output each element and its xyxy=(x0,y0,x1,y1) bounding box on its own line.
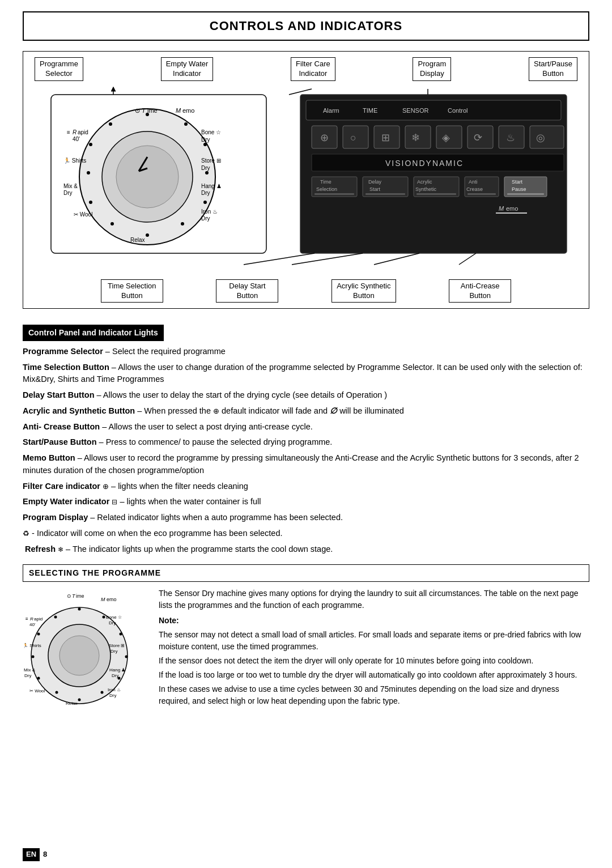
svg-text:40': 40' xyxy=(73,136,80,142)
start-pause-button-label: Start/PauseButton xyxy=(529,57,577,81)
svg-point-98 xyxy=(103,615,105,618)
svg-text:emo: emo xyxy=(506,205,518,212)
svg-point-33 xyxy=(181,222,184,225)
svg-text:Dry: Dry xyxy=(24,673,31,678)
svg-point-107 xyxy=(37,632,40,635)
svg-point-99 xyxy=(120,632,122,635)
svg-text:Mix &: Mix & xyxy=(63,183,78,189)
svg-text:Relax: Relax xyxy=(66,701,77,706)
svg-point-39 xyxy=(109,122,112,126)
svg-text:R: R xyxy=(73,129,76,135)
top-labels-row: ProgrammeSelector Empty WaterIndicator F… xyxy=(29,57,583,81)
note-label: Note: xyxy=(159,616,179,625)
svg-text:Pause: Pause xyxy=(512,186,526,192)
svg-text:Selection: Selection xyxy=(316,186,337,192)
programme-selector-label: ProgrammeSelector xyxy=(35,57,83,81)
svg-text:TIME: TIME xyxy=(363,107,377,114)
bottom-note: Note: xyxy=(159,615,589,627)
desc-bold: Start/Pause Button xyxy=(23,437,97,446)
svg-line-93 xyxy=(459,253,476,265)
svg-text:⊙: ⊙ xyxy=(67,593,71,599)
svg-text:🏃 Shirts: 🏃 Shirts xyxy=(63,157,86,164)
desc-bold: Filter Care indicator xyxy=(23,482,100,491)
svg-text:Store ⊞: Store ⊞ xyxy=(109,643,125,648)
svg-text:Dry: Dry xyxy=(201,215,210,222)
svg-point-36 xyxy=(89,201,92,204)
svg-text:ime: ime xyxy=(76,593,84,599)
desc-eco: ♻ - Indicator will come on when the eco … xyxy=(23,527,589,540)
bottom-p2: The sensor may not detect a small load o… xyxy=(159,629,589,653)
bottom-text-area: The Sensor Dry machine gives many option… xyxy=(159,588,589,710)
desc-program-display: Program Display – Related indicator ligh… xyxy=(23,512,589,524)
desc-empty-water: Empty Water indicator ⊟ – lights when th… xyxy=(23,496,589,508)
svg-point-97 xyxy=(78,607,81,610)
diagram-area: ProgrammeSelector Empty WaterIndicator F… xyxy=(23,51,589,309)
desc-bold: Empty Water indicator xyxy=(23,497,109,506)
svg-text:Dry: Dry xyxy=(110,649,117,654)
desc-programme-selector: Programme Selector – Select the required… xyxy=(23,346,589,358)
svg-text:Anti: Anti xyxy=(469,179,478,185)
desc-delay-start: Delay Start Button – Allows the user to … xyxy=(23,389,589,402)
program-display-label: ProgramDisplay xyxy=(413,57,451,81)
bottom-section: ⊙ T ime M emo ≡ R apid 40' Bone ☆ Dry 🏃 … xyxy=(23,588,589,710)
svg-text:≡: ≡ xyxy=(26,616,28,622)
svg-text:Hang ♟: Hang ♟ xyxy=(201,183,222,189)
svg-text:○: ○ xyxy=(350,132,356,143)
svg-point-3 xyxy=(116,146,178,208)
svg-text:ime: ime xyxy=(147,107,158,114)
svg-text:Bone ☆: Bone ☆ xyxy=(201,129,221,135)
anti-crease-button-label: Anti-CreaseButton xyxy=(449,279,511,303)
svg-point-31 xyxy=(205,171,209,175)
svg-text:Control: Control xyxy=(448,107,468,114)
svg-text:Crease: Crease xyxy=(466,186,483,192)
svg-point-32 xyxy=(203,201,207,204)
svg-text:40': 40' xyxy=(29,622,36,627)
bottom-p4: If the load is too large or too wet to t… xyxy=(159,669,589,681)
svg-text:Mix &: Mix & xyxy=(24,667,36,673)
svg-text:apid: apid xyxy=(78,129,88,135)
svg-text:Dry: Dry xyxy=(63,190,73,196)
svg-text:⟳: ⟳ xyxy=(474,132,482,143)
svg-text:Time: Time xyxy=(320,179,332,185)
svg-rect-83 xyxy=(507,193,544,195)
svg-point-103 xyxy=(78,698,81,701)
svg-point-34 xyxy=(146,233,149,237)
svg-point-106 xyxy=(32,655,35,658)
svg-text:Dry: Dry xyxy=(109,693,116,698)
svg-rect-71 xyxy=(366,193,405,195)
svg-text:Start: Start xyxy=(512,179,523,185)
svg-text:⊞: ⊞ xyxy=(381,132,390,143)
svg-point-29 xyxy=(184,122,188,126)
bottom-p3: If the sensor does not detect the item t… xyxy=(159,655,589,667)
desc-start-pause: Start/Pause Button – Press to commence/ … xyxy=(23,436,589,449)
svg-text:M: M xyxy=(499,205,504,212)
svg-rect-86 xyxy=(496,212,527,214)
desc-bold: Acrylic and Synthetic Button xyxy=(23,406,135,415)
svg-text:R: R xyxy=(30,616,33,622)
svg-rect-60 xyxy=(530,126,564,148)
desc-bold: Anti- Crease Button xyxy=(23,422,100,431)
bottom-dial: ⊙ T ime M emo ≡ R apid 40' Bone ☆ Dry 🏃 … xyxy=(23,588,147,710)
svg-point-96 xyxy=(60,636,99,675)
section2-header: SELECTING THE PROGRAMME xyxy=(23,564,589,581)
svg-text:Dry: Dry xyxy=(201,190,210,196)
desc-refresh: Refresh ❄ – The indicator lights up when… xyxy=(23,543,589,556)
time-selection-button-label: Time SelectionButton xyxy=(101,279,163,303)
svg-text:VISIONDYNAMIC: VISIONDYNAMIC xyxy=(385,159,464,168)
bottom-p5: In these cases we advise to use a time c… xyxy=(159,683,589,707)
svg-text:M: M xyxy=(101,597,105,602)
svg-text:✂ Wool: ✂ Wool xyxy=(74,211,92,218)
svg-text:⊙: ⊙ xyxy=(135,107,140,114)
svg-text:Iron ♨: Iron ♨ xyxy=(108,687,121,692)
svg-text:Start: Start xyxy=(369,186,381,192)
diagram-svg: ⊙ T ime M emo ≡ R apid 40' Bone ☆ Dry 🏃 … xyxy=(29,83,583,276)
svg-rect-41 xyxy=(306,100,561,120)
svg-text:Dry: Dry xyxy=(201,137,210,143)
footer-page: 8 xyxy=(43,849,47,860)
svg-text:Dry: Dry xyxy=(201,165,210,171)
desc-memo: Memo Button – Allows user to record the … xyxy=(23,452,589,477)
svg-line-92 xyxy=(374,253,419,265)
svg-point-28 xyxy=(146,113,149,116)
svg-text:emo: emo xyxy=(107,597,117,602)
svg-text:Synthetic: Synthetic xyxy=(415,186,437,192)
